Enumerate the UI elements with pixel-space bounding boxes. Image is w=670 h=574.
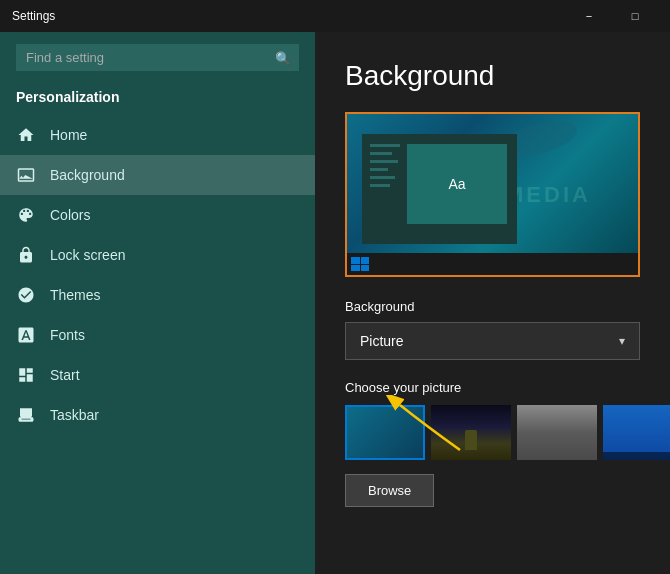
themes-icon	[16, 285, 36, 305]
sidebar-item-start[interactable]: Start	[0, 355, 315, 395]
sidebar-item-themes-label: Themes	[50, 287, 101, 303]
sidebar: 🔍 Personalization Home Background Colors	[0, 32, 315, 574]
preview-aa-text: Aa	[448, 176, 465, 192]
sidebar-item-start-label: Start	[50, 367, 80, 383]
home-icon	[16, 125, 36, 145]
preview-start-button	[351, 257, 369, 271]
sidebar-item-home-label: Home	[50, 127, 87, 143]
sidebar-item-lockscreen[interactable]: Lock screen	[0, 235, 315, 275]
thumb-night-bg	[431, 405, 511, 460]
sidebar-item-fonts[interactable]: Fonts	[0, 315, 315, 355]
start-tile-3	[351, 265, 360, 272]
preview-line-5	[370, 176, 395, 179]
picture-grid	[345, 405, 640, 460]
preview-window-inner: Aa	[407, 144, 507, 224]
picture-thumb-rock[interactable]	[517, 405, 597, 460]
picture-thumb-night[interactable]	[431, 405, 511, 460]
lockscreen-icon	[16, 245, 36, 265]
preview-line-6	[370, 184, 390, 187]
preview-window-lines	[370, 144, 400, 187]
thumb-underwater-bg	[345, 405, 425, 460]
sidebar-item-background-label: Background	[50, 167, 125, 183]
preview-taskbar	[347, 253, 638, 275]
sidebar-item-lockscreen-label: Lock screen	[50, 247, 125, 263]
preview-window: Aa	[362, 134, 517, 244]
sidebar-item-background[interactable]: Background	[0, 155, 315, 195]
minimize-button[interactable]: −	[566, 0, 612, 32]
picture-thumb-underwater[interactable]	[345, 405, 425, 460]
search-icon: 🔍	[275, 50, 291, 65]
page-title: Background	[345, 60, 640, 92]
picture-thumb-windows[interactable]	[603, 405, 670, 460]
section-title: Personalization	[0, 83, 315, 115]
background-preview: NESABAMEDIA Aa	[345, 112, 640, 277]
sidebar-item-home[interactable]: Home	[0, 115, 315, 155]
maximize-button[interactable]: □	[612, 0, 658, 32]
preview-line-2	[370, 152, 392, 155]
colors-icon	[16, 205, 36, 225]
sidebar-item-colors[interactable]: Colors	[0, 195, 315, 235]
search-container: 🔍	[16, 44, 299, 71]
start-tile-4	[361, 265, 370, 272]
picture-grid-container	[345, 405, 640, 460]
window-controls: − □	[566, 0, 658, 32]
taskbar-icon	[16, 405, 36, 425]
thumb-windows-bg	[603, 405, 670, 460]
sidebar-item-taskbar[interactable]: Taskbar	[0, 395, 315, 435]
background-dropdown-value: Picture	[360, 333, 404, 349]
content-area: Background NESABAMEDIA Aa	[315, 32, 670, 574]
background-dropdown[interactable]: Picture ▾	[345, 322, 640, 360]
preview-line-4	[370, 168, 388, 171]
background-dropdown-label: Background	[345, 299, 640, 314]
fonts-icon	[16, 325, 36, 345]
background-icon	[16, 165, 36, 185]
background-setting: Background Picture ▾	[345, 299, 640, 360]
start-icon	[16, 365, 36, 385]
start-tile-2	[361, 257, 370, 264]
chevron-down-icon: ▾	[619, 334, 625, 348]
thumb-rock-bg	[517, 405, 597, 460]
app-title: Settings	[12, 9, 55, 23]
sidebar-item-colors-label: Colors	[50, 207, 90, 223]
choose-picture-label: Choose your picture	[345, 380, 640, 395]
browse-button[interactable]: Browse	[345, 474, 434, 507]
preview-line-3	[370, 160, 398, 163]
titlebar: Settings − □	[0, 0, 670, 32]
sidebar-item-themes[interactable]: Themes	[0, 275, 315, 315]
preview-line-1	[370, 144, 400, 147]
start-tile-1	[351, 257, 360, 264]
sidebar-item-taskbar-label: Taskbar	[50, 407, 99, 423]
choose-picture-section: Choose your picture	[345, 380, 640, 507]
sidebar-item-fonts-label: Fonts	[50, 327, 85, 343]
search-input[interactable]	[16, 44, 299, 71]
app-body: 🔍 Personalization Home Background Colors	[0, 32, 670, 574]
